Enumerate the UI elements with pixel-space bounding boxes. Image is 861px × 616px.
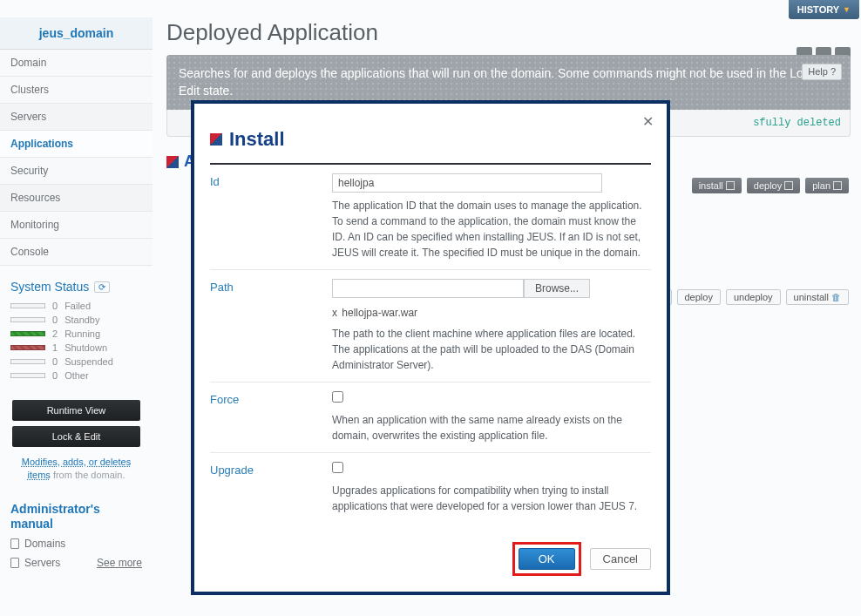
browse-button[interactable]: Browse... xyxy=(524,279,590,298)
ok-button[interactable]: OK xyxy=(519,548,575,570)
upgrade-checkbox[interactable] xyxy=(332,462,343,473)
force-label: Force xyxy=(210,391,332,443)
modal-title: Install xyxy=(229,128,285,151)
row-id: Id The application ID that the domain us… xyxy=(210,165,651,270)
row-upgrade: Upgrade Upgrades applications for compat… xyxy=(210,453,651,523)
close-icon[interactable]: ✕ xyxy=(641,114,654,128)
path-help: The path to the client machine where app… xyxy=(332,326,651,373)
row-path: Path Browse... x hellojpa-war.war The pa… xyxy=(210,270,651,382)
force-help: When an application with the same name a… xyxy=(332,412,651,443)
row-force: Force When an application with the same … xyxy=(210,382,651,453)
path-label: Path xyxy=(210,279,332,373)
modal-title-icon xyxy=(210,133,222,146)
modal-actions: OK Cancel xyxy=(210,542,651,576)
cancel-button[interactable]: Cancel xyxy=(590,548,651,570)
install-modal: ✕ Install Id The application ID that the… xyxy=(191,100,670,595)
id-input[interactable] xyxy=(332,173,602,193)
id-label: Id xyxy=(210,173,332,261)
modal-backdrop: ✕ Install Id The application ID that the… xyxy=(0,0,861,616)
force-checkbox[interactable] xyxy=(332,391,343,403)
remove-file-icon[interactable]: x xyxy=(332,307,337,319)
ok-highlight: OK xyxy=(512,542,581,576)
id-help: The application ID that the domain uses … xyxy=(332,198,651,261)
upgrade-label: Upgrade xyxy=(210,462,332,514)
path-input[interactable] xyxy=(332,279,524,298)
selected-file: x hellojpa-war.war xyxy=(332,301,651,326)
upgrade-help: Upgrades applications for compatibility … xyxy=(332,483,651,514)
